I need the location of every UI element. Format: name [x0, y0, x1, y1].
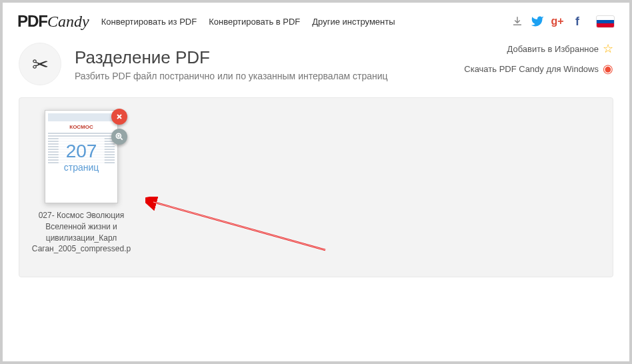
header-right: g+ f: [511, 15, 615, 28]
language-flag-icon[interactable]: [596, 15, 615, 28]
zoom-file-button[interactable]: [111, 129, 127, 145]
tool-text: Разделение PDF Разбить PDF файл пострани…: [75, 47, 388, 81]
page-subtitle: Разбить PDF файл постранично или по указ…: [75, 71, 388, 81]
scissors-icon: ✂: [32, 53, 49, 76]
file-name: 027- Космос Эволюция Вселенной жизни и ц…: [31, 210, 131, 255]
logo[interactable]: PDFCandy: [17, 12, 89, 31]
star-icon: ☆: [603, 41, 613, 56]
page-label: страниц: [64, 162, 99, 173]
favorite-label: Добавить в Избранное: [507, 44, 599, 54]
favorite-link[interactable]: Добавить в Избранное ☆: [464, 39, 613, 59]
page-count: 207: [64, 141, 99, 162]
page-overlay: 207 страниц: [59, 138, 105, 175]
header: PDFCandy Конвертировать из PDF Конвертир…: [12, 5, 620, 37]
workspace: КОСМОС 207 страниц 027- Космос Эволюция …: [19, 97, 613, 277]
tool-icon-circle: ✂: [19, 43, 61, 85]
nav-other-tools[interactable]: Другие инструменты: [312, 17, 395, 27]
nav-convert-from[interactable]: Конвертировать из PDF: [101, 17, 197, 27]
file-item: КОСМОС 207 страниц 027- Космос Эволюция …: [31, 110, 131, 255]
facebook-icon[interactable]: f: [571, 15, 584, 28]
page-header-section: Добавить в Избранное ☆ Скачать PDF Candy…: [12, 37, 620, 97]
page-title: Разделение PDF: [75, 47, 388, 68]
remove-file-button[interactable]: [111, 109, 127, 125]
logo-candy: Candy: [47, 13, 89, 30]
thumb-header-bar: [48, 113, 115, 121]
gplus-icon[interactable]: g+: [551, 15, 564, 28]
nav: Конвертировать из PDF Конвертировать в P…: [101, 17, 395, 27]
download-icon[interactable]: [511, 15, 524, 28]
candy-spiral-icon: ◉: [603, 61, 613, 76]
thumb-doc-title: КОСМОС: [45, 124, 117, 130]
top-links: Добавить в Избранное ☆ Скачать PDF Candy…: [464, 39, 613, 79]
logo-pdf: PDF: [17, 12, 47, 30]
twitter-icon[interactable]: [531, 15, 544, 28]
nav-convert-to[interactable]: Конвертировать в PDF: [209, 17, 300, 27]
file-thumbnail[interactable]: КОСМОС 207 страниц: [45, 110, 118, 203]
download-windows-link[interactable]: Скачать PDF Candy для Windows ◉: [464, 59, 613, 79]
download-windows-label: Скачать PDF Candy для Windows: [464, 64, 599, 74]
